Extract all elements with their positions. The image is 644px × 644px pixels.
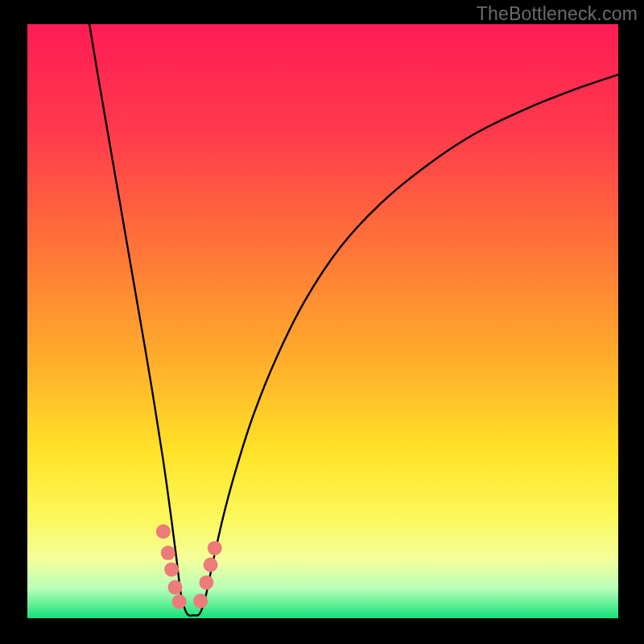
data-marker xyxy=(204,558,218,572)
data-marker xyxy=(172,594,187,609)
gradient-background xyxy=(27,24,618,618)
watermark-text: TheBottleneck.com xyxy=(477,3,638,25)
data-marker xyxy=(161,546,175,560)
plot-svg xyxy=(27,24,618,618)
chart-frame: TheBottleneck.com xyxy=(0,0,644,644)
data-marker xyxy=(199,576,213,590)
data-marker xyxy=(164,562,179,576)
data-marker xyxy=(208,541,222,555)
plot-area xyxy=(27,24,618,618)
data-marker xyxy=(193,594,208,609)
data-marker xyxy=(168,580,183,595)
data-marker xyxy=(156,524,171,539)
